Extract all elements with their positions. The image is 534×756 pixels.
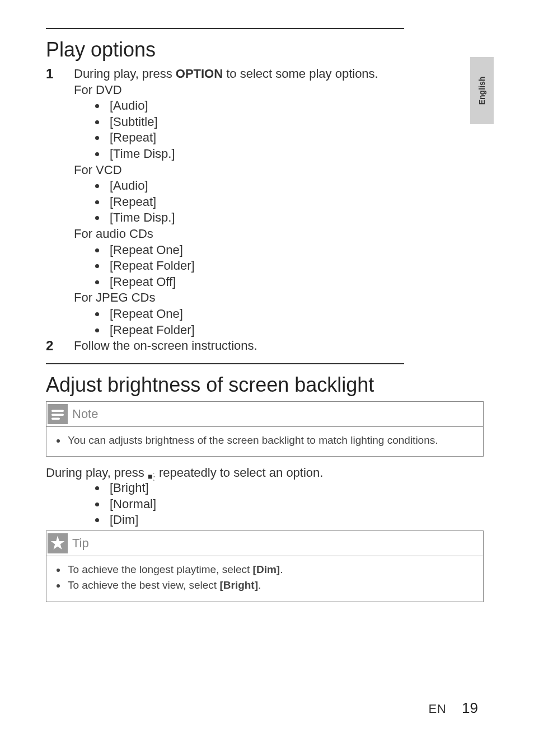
section2-title: Adjust brightness of screen backlight bbox=[46, 373, 495, 397]
jpegcd-label: For JPEG CDs bbox=[74, 290, 472, 306]
step-number-2: 2 bbox=[46, 338, 74, 354]
step-2: 2 Follow the on-screen instructions. bbox=[46, 338, 495, 354]
list-item: [Repeat] bbox=[106, 194, 472, 210]
list-item: [Repeat One] bbox=[106, 306, 472, 322]
list-item: [Audio] bbox=[106, 98, 472, 114]
section-rule bbox=[46, 28, 404, 29]
tip-icon bbox=[48, 533, 68, 553]
dvd-label: For DVD bbox=[74, 82, 472, 98]
list-item: [Time Disp.] bbox=[106, 146, 472, 162]
list-item: [Time Disp.] bbox=[106, 210, 472, 226]
tip-callout: Tip To achieve the longest playtime, sel… bbox=[46, 530, 484, 602]
jpegcd-options: [Repeat One] [Repeat Folder] bbox=[74, 306, 472, 338]
page-number: 19 bbox=[462, 699, 478, 717]
section-rule bbox=[46, 363, 404, 364]
step1-text-sfx: to select some play options. bbox=[223, 67, 378, 81]
list-item: [Repeat Folder] bbox=[106, 322, 472, 339]
list-item: [Repeat Off] bbox=[106, 274, 472, 290]
tip-body: To achieve the longest playtime, select … bbox=[46, 556, 483, 602]
language-tab-label: English bbox=[477, 77, 486, 105]
note-label: Note bbox=[72, 407, 98, 421]
audiocd-label: For audio CDs bbox=[74, 226, 472, 242]
brightness-button-icon bbox=[148, 469, 156, 477]
note-item: You can adjusts brightness of the screen… bbox=[67, 433, 473, 449]
brightness-prefix: During play, press bbox=[46, 466, 148, 480]
vcd-label: For VCD bbox=[74, 162, 472, 179]
list-item: [Repeat Folder] bbox=[106, 258, 472, 274]
vcd-options: [Audio] [Repeat] [Time Disp.] bbox=[74, 178, 472, 226]
note-body: You can adjusts brightness of the screen… bbox=[46, 426, 483, 457]
list-item: [Repeat] bbox=[106, 130, 472, 146]
language-tab: English bbox=[470, 57, 494, 124]
section1-title: Play options bbox=[46, 38, 495, 62]
list-item: [Repeat One] bbox=[106, 242, 472, 259]
dvd-options: [Audio] [Subtitle] [Repeat] [Time Disp.] bbox=[74, 98, 472, 162]
brightness-suffix: repeatedly to select an option. bbox=[159, 466, 324, 480]
audiocd-options: [Repeat One] [Repeat Folder] [Repeat Off… bbox=[74, 242, 472, 290]
svg-rect-3 bbox=[148, 475, 152, 479]
step-number-1: 1 bbox=[46, 66, 74, 338]
tip-label: Tip bbox=[72, 536, 89, 551]
svg-line-6 bbox=[153, 480, 154, 481]
tip-item: To achieve the longest playtime, select … bbox=[67, 562, 473, 578]
list-item: [Normal] bbox=[106, 496, 495, 513]
note-header: Note bbox=[46, 402, 483, 426]
page-footer: EN 19 bbox=[429, 699, 478, 717]
brightness-instruction: During play, press repeatedly to select … bbox=[46, 466, 495, 480]
brightness-options: [Bright] [Normal] [Dim] bbox=[74, 480, 495, 528]
step-2-body: Follow the on-screen instructions. bbox=[74, 338, 495, 354]
svg-line-4 bbox=[153, 473, 154, 474]
list-item: [Dim] bbox=[106, 512, 495, 528]
list-item: [Bright] bbox=[106, 480, 495, 496]
step1-text-bold: OPTION bbox=[176, 67, 223, 81]
tip-item: To achieve the best view, select [Bright… bbox=[67, 577, 473, 594]
tip-header: Tip bbox=[46, 531, 483, 556]
document-page: English Play options 1 During play, pres… bbox=[0, 0, 534, 756]
step-1: 1 During play, press OPTION to select so… bbox=[46, 66, 495, 338]
list-item: [Subtitle] bbox=[106, 114, 472, 130]
list-item: [Audio] bbox=[106, 178, 472, 194]
note-icon bbox=[48, 404, 68, 424]
step1-text-prefix: During play, press bbox=[74, 67, 176, 81]
footer-lang: EN bbox=[429, 702, 447, 716]
step-1-body: During play, press OPTION to select some… bbox=[74, 66, 495, 338]
note-callout: Note You can adjusts brightness of the s… bbox=[46, 401, 484, 457]
